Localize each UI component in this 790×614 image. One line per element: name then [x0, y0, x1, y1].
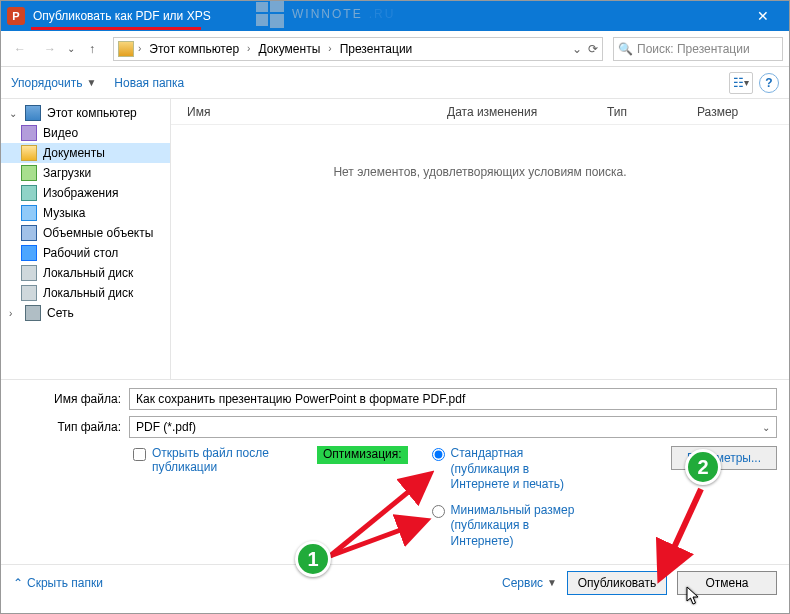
optimization-options: Стандартная (публикация в Интернете и пе… — [432, 446, 582, 550]
tree-item[interactable]: ⌄Этот компьютер — [1, 103, 170, 123]
nav-tree[interactable]: ⌄Этот компьютерВидеоДокументыЗагрузкиИзо… — [1, 99, 171, 379]
save-form: Имя файла: Тип файла: PDF (*.pdf) ⌄ Откр… — [1, 379, 789, 558]
tree-item[interactable]: Музыка — [1, 203, 170, 223]
tree-item-label: Локальный диск — [43, 266, 133, 280]
tree-item-label: Изображения — [43, 186, 118, 200]
breadcrumb[interactable]: Презентации — [336, 42, 417, 56]
breadcrumb[interactable]: Этот компьютер — [145, 42, 243, 56]
search-input[interactable]: 🔍 Поиск: Презентации — [613, 37, 783, 61]
history-dropdown-icon[interactable]: ⌄ — [67, 43, 75, 54]
col-size[interactable]: Размер — [691, 105, 779, 119]
tree-item-label: Рабочий стол — [43, 246, 118, 260]
tree-item-label: Музыка — [43, 206, 85, 220]
chevron-up-icon: ⌃ — [13, 576, 23, 590]
radio-minimum-label: Минимальный размер (публикация в Интерне… — [451, 503, 582, 550]
tree-item[interactable]: ›Сеть — [1, 303, 170, 323]
hide-folders-label: Скрыть папки — [27, 576, 103, 590]
search-icon: 🔍 — [618, 42, 633, 56]
publish-button[interactable]: Опубликовать — [567, 571, 667, 595]
folder-icon — [21, 145, 37, 161]
organize-label: Упорядочить — [11, 76, 82, 90]
chevron-right-icon[interactable]: › — [328, 43, 331, 54]
pc-icon — [25, 105, 41, 121]
parameters-button[interactable]: Параметры... — [671, 446, 777, 470]
col-name[interactable]: Имя — [181, 105, 441, 119]
window-title: Опубликовать как PDF или XPS — [33, 9, 743, 23]
tree-item[interactable]: Локальный диск — [1, 263, 170, 283]
open-after-checkbox[interactable]: Открыть файл после публикации — [133, 446, 293, 474]
drive-icon — [21, 285, 37, 301]
search-placeholder: Поиск: Презентации — [637, 42, 750, 56]
radio-standard-input[interactable] — [432, 448, 445, 461]
titlebar: P Опубликовать как PDF или XPS ✕ — [1, 1, 789, 31]
radio-standard-label: Стандартная (публикация в Интернете и пе… — [451, 446, 582, 493]
radio-minimum-input[interactable] — [432, 505, 445, 518]
expand-icon[interactable]: ⌄ — [9, 108, 19, 119]
radio-standard[interactable]: Стандартная (публикация в Интернете и пе… — [432, 446, 582, 493]
drive-icon — [21, 265, 37, 281]
tree-item-label: Объемные объекты — [43, 226, 153, 240]
chevron-right-icon[interactable]: › — [138, 43, 141, 54]
expand-icon[interactable]: › — [9, 308, 19, 319]
service-label: Сервис — [502, 576, 543, 590]
down-icon — [21, 165, 37, 181]
tree-item[interactable]: Изображения — [1, 183, 170, 203]
video-icon — [21, 125, 37, 141]
chevron-down-icon: ▼ — [547, 577, 557, 588]
tree-item-label: Локальный диск — [43, 286, 133, 300]
volume-icon — [21, 225, 37, 241]
filetype-label: Тип файла: — [13, 420, 121, 434]
refresh-icon[interactable]: ⟳ — [588, 42, 598, 56]
file-area: Имя Дата изменения Тип Размер Нет элемен… — [171, 99, 789, 379]
music-icon — [21, 205, 37, 221]
tree-item[interactable]: Рабочий стол — [1, 243, 170, 263]
tree-item[interactable]: Документы — [1, 143, 170, 163]
address-bar[interactable]: › Этот компьютер › Документы › Презентац… — [113, 37, 603, 61]
organize-menu[interactable]: Упорядочить▼ — [11, 76, 96, 90]
col-type[interactable]: Тип — [601, 105, 691, 119]
view-options-button[interactable]: ☷ ▾ — [729, 72, 753, 94]
tree-item-label: Загрузки — [43, 166, 91, 180]
service-menu[interactable]: Сервис ▼ — [502, 576, 557, 590]
main-area: ⌄Этот компьютерВидеоДокументыЗагрузкиИзо… — [1, 99, 789, 379]
forward-button[interactable]: → — [37, 36, 63, 62]
up-button[interactable]: ↑ — [79, 36, 105, 62]
title-highlight — [31, 27, 201, 30]
app-icon: P — [7, 7, 25, 25]
help-button[interactable]: ? — [759, 73, 779, 93]
image-icon — [21, 185, 37, 201]
empty-message: Нет элементов, удовлетворяющих условиям … — [171, 125, 789, 179]
chevron-right-icon[interactable]: › — [247, 43, 250, 54]
breadcrumb[interactable]: Документы — [254, 42, 324, 56]
col-date[interactable]: Дата изменения — [441, 105, 601, 119]
open-after-input[interactable] — [133, 448, 146, 461]
filename-label: Имя файла: — [13, 392, 121, 406]
footer: ⌃ Скрыть папки Сервис ▼ Опубликовать Отм… — [1, 564, 789, 605]
toolbar: Упорядочить▼ Новая папка ☷ ▾ ? — [1, 67, 789, 99]
filetype-select[interactable]: PDF (*.pdf) ⌄ — [129, 416, 777, 438]
close-button[interactable]: ✕ — [743, 1, 783, 31]
tree-item-label: Сеть — [47, 306, 74, 320]
open-after-label: Открыть файл после публикации — [152, 446, 293, 474]
address-dropdown-icon[interactable]: ⌄ — [572, 42, 582, 56]
hide-folders-toggle[interactable]: ⌃ Скрыть папки — [13, 576, 103, 590]
filetype-value: PDF (*.pdf) — [136, 420, 196, 434]
new-folder-button[interactable]: Новая папка — [114, 76, 184, 90]
radio-minimum[interactable]: Минимальный размер (публикация в Интерне… — [432, 503, 582, 550]
tree-item-label: Этот компьютер — [47, 106, 137, 120]
desktop-icon — [21, 245, 37, 261]
net-icon — [25, 305, 41, 321]
tree-item[interactable]: Объемные объекты — [1, 223, 170, 243]
tree-item[interactable]: Локальный диск — [1, 283, 170, 303]
column-headers[interactable]: Имя Дата изменения Тип Размер — [171, 99, 789, 125]
optimization-label: Оптимизация: — [317, 446, 408, 464]
tree-item[interactable]: Загрузки — [1, 163, 170, 183]
tree-item[interactable]: Видео — [1, 123, 170, 143]
nav-bar: ← → ⌄ ↑ › Этот компьютер › Документы › П… — [1, 31, 789, 67]
chevron-down-icon: ⌄ — [762, 422, 770, 433]
back-button[interactable]: ← — [7, 36, 33, 62]
cancel-button[interactable]: Отмена — [677, 571, 777, 595]
filename-input[interactable] — [129, 388, 777, 410]
folder-icon — [118, 41, 134, 57]
tree-item-label: Документы — [43, 146, 105, 160]
